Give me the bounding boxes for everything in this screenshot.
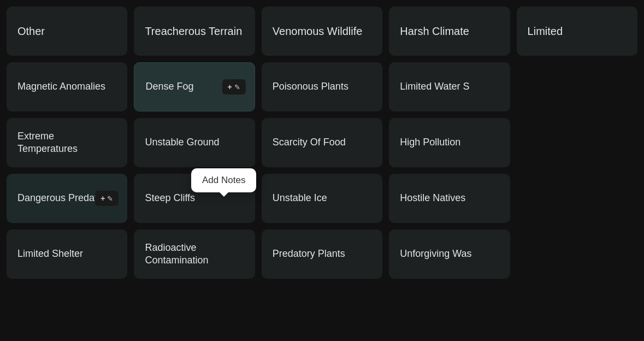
card-label-poisonous-plants: Poisonous Plants	[273, 80, 348, 93]
row-3: Extreme Temperatures Unstable Ground Sca…	[0, 118, 644, 167]
card-label-radioactive-contamination: Radioactive Contamination	[145, 242, 244, 267]
card-unforgiving[interactable]: Unforgiving Was	[389, 230, 510, 279]
card-label-treacherous-terrain: Treacherous Terrain	[145, 24, 242, 38]
card-label-limited-shelter: Limited Shelter	[17, 248, 83, 260]
card-high-pollution[interactable]: High Pollution	[389, 118, 510, 167]
card-dangerous-predators[interactable]: Dangerous Predators + ✎	[7, 174, 127, 223]
row-4: Dangerous Predators + ✎ Steep Cliffs Uns…	[0, 174, 644, 223]
card-unstable-ground[interactable]: Unstable Ground	[134, 118, 255, 167]
card-limited-shelter[interactable]: Limited Shelter	[7, 230, 127, 279]
card-label-high-pollution: High Pollution	[400, 136, 460, 149]
card-label-predatory-plants: Predatory Plants	[273, 248, 345, 260]
card-venomous-wildlife[interactable]: Venomous Wildlife	[262, 7, 382, 56]
card-magnetic-anomalies[interactable]: Magnetic Anomalies	[7, 62, 127, 111]
card-extreme-temperatures[interactable]: Extreme Temperatures	[7, 118, 127, 167]
card-label-hostile-natives: Hostile Natives	[400, 192, 465, 204]
pencil-icon: ✎	[234, 83, 240, 91]
card-unstable-ice[interactable]: Unstable Ice	[262, 174, 382, 223]
card-label-magnetic-anomalies: Magnetic Anomalies	[17, 80, 105, 93]
add-notes-button-dangerous-predators[interactable]: + ✎	[95, 191, 119, 206]
row-2: Magnetic Anomalies Dense Fog + ✎ Poisono…	[0, 62, 644, 111]
add-notes-tooltip: Add Notes	[191, 168, 256, 192]
card-scarcity-of-food[interactable]: Scarcity Of Food	[262, 118, 382, 167]
card-poisonous-plants[interactable]: Poisonous Plants	[262, 62, 382, 111]
card-treacherous-terrain[interactable]: Treacherous Terrain	[134, 7, 255, 56]
card-label-venomous-wildlife: Venomous Wildlife	[273, 24, 363, 38]
plus-icon: +	[228, 83, 232, 91]
card-label-unstable-ground: Unstable Ground	[145, 136, 219, 149]
card-harsh-climate[interactable]: Harsh Climate	[389, 7, 510, 56]
card-label-other: Other	[17, 24, 45, 38]
card-limited-water[interactable]: Limited Water S	[389, 62, 510, 111]
grid-container: Other Treacherous Terrain Venomous Wildl…	[0, 0, 644, 279]
card-other[interactable]: Other	[7, 7, 127, 56]
card-label-unforgiving: Unforgiving Was	[400, 248, 471, 260]
card-label-extreme-temperatures: Extreme Temperatures	[17, 130, 116, 156]
pencil-icon-2: ✎	[107, 195, 113, 203]
plus-icon-2: +	[101, 194, 105, 203]
card-label-steep-cliffs: Steep Cliffs	[145, 192, 195, 204]
card-label-scarcity-of-food: Scarcity Of Food	[273, 136, 346, 149]
card-label-limited-water: Limited Water S	[400, 80, 469, 93]
card-label-dense-fog: Dense Fog	[145, 80, 193, 93]
card-label-harsh-climate: Harsh Climate	[400, 24, 469, 38]
card-limited[interactable]: Limited	[517, 7, 637, 56]
tooltip-label: Add Notes	[202, 175, 245, 185]
card-label-unstable-ice: Unstable Ice	[273, 192, 327, 204]
card-label-limited: Limited	[528, 24, 563, 38]
card-predatory-plants[interactable]: Predatory Plants	[262, 230, 382, 279]
card-dense-fog[interactable]: Dense Fog + ✎	[134, 62, 255, 111]
add-notes-button-dense-fog[interactable]: + ✎	[222, 79, 246, 95]
row-1: Other Treacherous Terrain Venomous Wildl…	[0, 7, 644, 56]
card-hostile-natives[interactable]: Hostile Natives	[389, 174, 510, 223]
row-5: Limited Shelter Radioactive Contaminatio…	[0, 230, 644, 279]
card-radioactive-contamination[interactable]: Radioactive Contamination	[134, 230, 255, 279]
